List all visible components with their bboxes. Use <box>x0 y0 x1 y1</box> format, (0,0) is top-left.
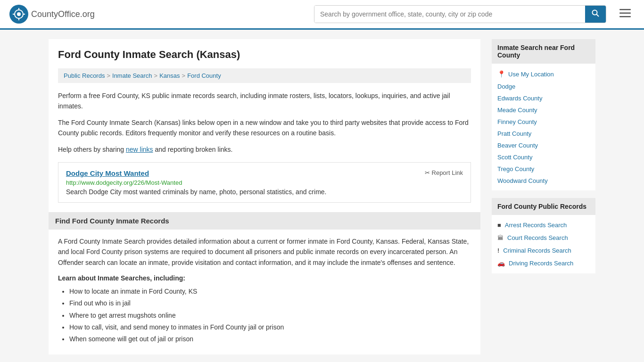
court-icon: 🏛 <box>497 234 504 241</box>
site-header: CountyOffice.org <box>0 0 644 30</box>
record-link-header: Dodge City Most Wanted ✂ Report Link <box>66 169 463 177</box>
sidebar-item-edwards: Edwards County <box>492 92 595 104</box>
learn-list: How to locate an inmate in Ford County, … <box>58 286 471 345</box>
list-item: How to call, visit, and send money to in… <box>69 321 471 333</box>
new-links-link[interactable]: new links <box>126 146 153 153</box>
logo-text: CountyOffice.org <box>31 9 95 19</box>
svg-point-7 <box>593 10 597 15</box>
nearby-section: Inmate Search near Ford County 📍 Use My … <box>492 39 595 190</box>
sidebar-item-woodward: Woodward County <box>492 175 595 187</box>
record-link-box: Dodge City Most Wanted ✂ Report Link htt… <box>58 162 471 203</box>
svg-line-8 <box>597 15 599 17</box>
svg-rect-9 <box>619 9 631 10</box>
list-item: Where to get arrest mugshots online <box>69 310 471 321</box>
list-item: Find out who is in jail <box>69 297 471 309</box>
public-records-section: Ford County Public Records ■ Arrest Reco… <box>492 198 595 273</box>
pub-rec-criminal: ! Criminal Records Search <box>492 244 595 257</box>
search-bar <box>314 5 606 23</box>
nearby-header: Inmate Search near Ford County <box>492 39 595 64</box>
main-content: Ford County Inmate Search (Kansas) Publi… <box>49 39 480 354</box>
sidebar: Inmate Search near Ford County 📍 Use My … <box>492 39 595 354</box>
description-3: Help others by sharing new links and rep… <box>58 144 471 155</box>
sidebar-item-dodge: Dodge <box>492 81 595 92</box>
sidebar-item-pratt: Pratt County <box>492 128 595 140</box>
page-title: Ford County Inmate Search (Kansas) <box>58 49 471 61</box>
nearby-links: 📍 Use My Location Dodge Edwards County M… <box>492 64 595 190</box>
breadcrumb-inmate-search[interactable]: Inmate Search <box>112 72 152 79</box>
find-records-body: A Ford County Inmate Search provides det… <box>58 236 471 268</box>
breadcrumb-ford-county[interactable]: Ford County <box>187 72 221 79</box>
public-records-header: Ford County Public Records <box>492 198 595 215</box>
site-logo[interactable]: CountyOffice.org <box>9 5 95 24</box>
pub-rec-arrest: ■ Arrest Records Search <box>492 219 595 231</box>
list-item: When someone will get out of jail or pri… <box>69 333 471 345</box>
sidebar-item-scott: Scott County <box>492 151 595 163</box>
record-link-desc: Search Dodge City most wanted criminals … <box>66 188 463 196</box>
sidebar-item-trego: Trego County <box>492 163 595 175</box>
sidebar-item-meade: Meade County <box>492 104 595 116</box>
sidebar-item-finney: Finney County <box>492 116 595 128</box>
record-link-url[interactable]: http://www.dodgecity.org/226/Most-Wanted <box>66 179 463 186</box>
report-link-button[interactable]: ✂ Report Link <box>425 169 463 176</box>
use-location-link[interactable]: Use My Location <box>508 71 554 78</box>
public-records-links: ■ Arrest Records Search 🏛 Court Records … <box>492 215 595 273</box>
use-location: 📍 Use My Location <box>492 67 595 81</box>
pub-rec-driving: 🚗 Driving Records Search <box>492 257 595 270</box>
pub-rec-court: 🏛 Court Records Search <box>492 231 595 244</box>
svg-point-2 <box>17 12 21 16</box>
record-link-title[interactable]: Dodge City Most Wanted <box>66 169 149 177</box>
breadcrumb-public-records[interactable]: Public Records <box>64 72 105 79</box>
learn-header: Learn about Inmate Searches, including: <box>58 274 471 282</box>
description-2: The Ford County Inmate Search (Kansas) l… <box>58 117 471 139</box>
page-container: Ford County Inmate Search (Kansas) Publi… <box>39 30 605 362</box>
arrest-icon: ■ <box>497 222 501 229</box>
breadcrumb-kansas[interactable]: Kansas <box>159 72 180 79</box>
sidebar-item-beaver: Beaver County <box>492 140 595 151</box>
pin-icon: 📍 <box>497 70 505 78</box>
search-input[interactable] <box>314 6 585 23</box>
svg-rect-11 <box>619 16 631 17</box>
hamburger-menu-button[interactable] <box>616 6 635 22</box>
find-records-header: Find Ford County Inmate Records <box>49 212 480 230</box>
svg-rect-10 <box>619 13 631 14</box>
logo-icon <box>9 5 28 24</box>
criminal-icon: ! <box>497 247 499 254</box>
list-item: How to locate an inmate in Ford County, … <box>69 286 471 297</box>
search-button[interactable] <box>585 6 606 23</box>
description-1: Perform a free Ford County, KS public in… <box>58 90 471 112</box>
driving-icon: 🚗 <box>497 260 505 267</box>
breadcrumb: Public Records > Inmate Search > Kansas … <box>58 68 471 83</box>
